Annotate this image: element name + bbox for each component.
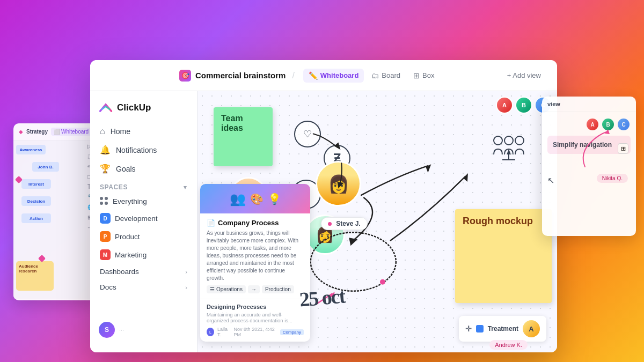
- fr-arrow-svg: [547, 127, 623, 169]
- nav-home[interactable]: ⌂ Home: [94, 122, 193, 141]
- andrew-k-tag: Andrew K.: [489, 340, 528, 350]
- tab-whiteboard[interactable]: ✏️ Whiteboard: [303, 69, 364, 83]
- svg-point-0: [494, 136, 502, 145]
- svg-marker-14: [605, 129, 610, 134]
- doc-card-tags: ☰ Operations → Production: [207, 285, 304, 293]
- add-view-button[interactable]: + Add view: [502, 69, 546, 82]
- steve-j-tag: Steve J.: [321, 217, 368, 230]
- flow-box-action: Action: [21, 213, 51, 223]
- avatar-1: A: [496, 97, 513, 114]
- section-title: Designing Processes: [207, 304, 304, 310]
- float-right-window: view A B C Simplify navigation ⊞ ↖ Nikit…: [542, 97, 636, 236]
- view-label: view: [547, 101, 560, 107]
- strategy-tab[interactable]: Strategy: [26, 129, 48, 135]
- whiteboard-icon-left: ⬜: [54, 129, 60, 135]
- clickup-logo-icon: [99, 101, 113, 115]
- whiteboard-tab-left[interactable]: ⬜ Whiteboard: [51, 128, 91, 136]
- project-icon: 🎯: [179, 70, 191, 82]
- flow-box-awareness: Awareness: [16, 145, 46, 154]
- nav-docs[interactable]: Docs ›: [94, 279, 193, 295]
- sidebar: ClickUp ⌂ Home 🔔 Notifications 🏆 Goals S…: [90, 91, 197, 352]
- sidebar-nav: ⌂ Home 🔔 Notifications 🏆 Goals Spaces ▾: [90, 122, 197, 295]
- nav-goals[interactable]: 🏆 Goals: [94, 159, 193, 178]
- main-header: 🎯 Commercial brainstorm / ✏️ Whiteboard …: [90, 60, 557, 91]
- rough-mockup-sticky[interactable]: Rough mockup: [455, 209, 552, 303]
- product-badge: P: [100, 231, 111, 242]
- user-avatar[interactable]: S: [99, 322, 115, 338]
- svg-marker-6: [349, 238, 357, 246]
- move-icon: ✛: [465, 324, 472, 333]
- svg-point-2: [515, 136, 524, 145]
- tab-box[interactable]: ⊞ Box: [408, 69, 440, 83]
- float-right-body: A B C Simplify navigation ⊞ ↖ Nikita Q.: [542, 112, 636, 191]
- operations-icon: ☰: [210, 286, 215, 292]
- treatment-avatar: A: [523, 320, 540, 337]
- svg-point-13: [380, 279, 385, 285]
- header-divider: /: [292, 71, 294, 80]
- tag-production: Production: [262, 285, 294, 293]
- float-left-header: ◆ Strategy ⬜ Whiteboard: [13, 123, 97, 141]
- person-photo-woman-top: 👩: [316, 161, 361, 206]
- development-badge: D: [100, 213, 111, 224]
- nikita-tag: Nikita Q.: [597, 174, 628, 183]
- treatment-icon: [476, 325, 484, 333]
- audience-research-note: Audience research: [16, 261, 54, 291]
- flow-box-interest: Interest: [21, 179, 51, 189]
- team-ideas-sticky[interactable]: Team ideas: [214, 107, 273, 166]
- doc-card-title: 📄 Company Process: [207, 219, 304, 227]
- svg-point-1: [504, 136, 513, 145]
- treatment-card[interactable]: ✛ Treatment A: [459, 316, 546, 342]
- tag-operations: ☰ Operations: [207, 285, 246, 293]
- main-body: ClickUp ⌂ Home 🔔 Notifications 🏆 Goals S…: [90, 91, 557, 352]
- date-label: 25 oct: [298, 284, 346, 311]
- everything-icon: [100, 197, 108, 205]
- tag-arrow: →: [248, 285, 260, 293]
- header-tabs: ✏️ Whiteboard 🗂 Board ⊞ Box: [303, 69, 440, 83]
- main-window: 🎯 Commercial brainstorm / ✏️ Whiteboard …: [90, 60, 557, 352]
- doc-author-avatar: L: [207, 328, 214, 336]
- spaces-header: Spaces ▾: [94, 178, 193, 193]
- whiteboard-canvas[interactable]: A B C Team ideas ♡ Ƶ $ 👨 🤚 👩 👩: [197, 91, 557, 352]
- doc-card-footer: Designing Processes Maintaining an accur…: [200, 299, 310, 342]
- spaces-chevron[interactable]: ▾: [184, 184, 187, 191]
- flow-canvas: Awareness John B. Interest Decision Acti…: [13, 141, 97, 299]
- bell-icon: 🔔: [100, 145, 111, 155]
- tab-board[interactable]: 🗂 Board: [366, 69, 406, 83]
- space-marketing[interactable]: M Marketing: [94, 246, 193, 264]
- whiteboard-tab-icon: ✏️: [309, 71, 318, 80]
- board-tab-icon: 🗂: [371, 71, 379, 80]
- doc-icon: 📄: [207, 219, 215, 227]
- nav-dashboards[interactable]: Dashboards ›: [94, 264, 193, 279]
- marketing-badge: M: [100, 249, 111, 260]
- nav-notifications[interactable]: 🔔 Notifications: [94, 141, 193, 159]
- flow-box-decision: Decision: [21, 196, 51, 206]
- home-icon: ⌂: [100, 127, 105, 136]
- svg-marker-11: [463, 173, 468, 182]
- trophy-icon: 🏆: [100, 164, 111, 174]
- header-actions: + Add view: [502, 69, 546, 82]
- doc-card-header-image: 👥 🎨 💡: [200, 184, 310, 213]
- svg-marker-5: [507, 149, 511, 154]
- dashboards-chevron: ›: [185, 269, 187, 275]
- doc-meta: L Laila T. Nov 8th 2021, 4:42 PM Company: [207, 327, 304, 337]
- expand-icon: ···: [119, 327, 124, 333]
- avatar-2: B: [515, 97, 532, 114]
- svg-marker-9: [426, 164, 431, 173]
- flow-box-johnb: John B.: [32, 162, 59, 172]
- space-development[interactable]: D Development: [94, 209, 193, 227]
- company-badge: Company: [280, 329, 304, 335]
- company-process-card[interactable]: 👥 🎨 💡 📄 Company Process As your business…: [200, 184, 310, 342]
- heart-circle: ♡: [294, 121, 321, 147]
- strategy-icon: ◆: [19, 129, 23, 135]
- float-right-header: view: [542, 97, 636, 112]
- project-title: 🎯 Commercial brainstorm: [179, 70, 286, 82]
- space-everything[interactable]: Everything: [94, 193, 193, 209]
- docs-chevron: ›: [185, 284, 187, 291]
- doc-card-body: 📄 Company Process As your business grows…: [200, 213, 310, 299]
- logo: ClickUp: [90, 97, 197, 122]
- sidebar-user: S ···: [90, 316, 197, 343]
- box-tab-icon: ⊞: [413, 71, 420, 80]
- doc-card-text: As your business grows, things will inev…: [207, 230, 304, 282]
- space-product[interactable]: P Product: [94, 227, 193, 246]
- section-text: Maintaining an accurate and well-organiz…: [207, 312, 304, 323]
